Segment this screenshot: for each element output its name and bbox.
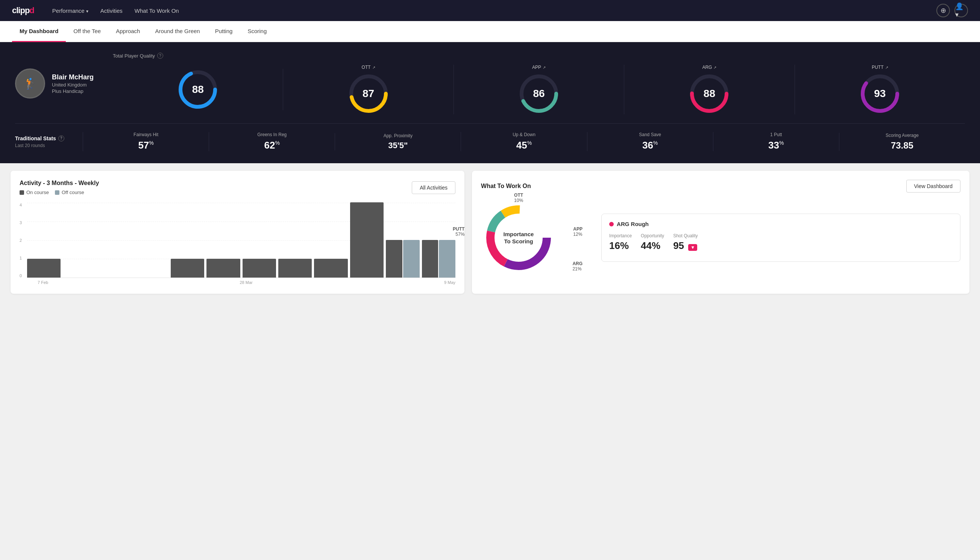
bar-chart-area: 7 Feb 28 Mar 9 May xyxy=(27,203,456,285)
off-course-bar xyxy=(439,240,456,278)
bar-chart-container: 0 1 2 3 4 7 Feb 28 Mar xyxy=(20,203,456,285)
player-name: Blair McHarg xyxy=(52,73,94,81)
activity-card-header: Activity - 3 Months - Weekly On course O… xyxy=(20,180,456,195)
tpq-section: Total Player Quality ? 88 xyxy=(113,53,965,114)
y-axis-labels: 0 1 2 3 4 xyxy=(20,203,27,278)
player-handicap: Plus Handicap xyxy=(52,88,94,94)
add-button[interactable]: ⊕ xyxy=(937,4,950,17)
tpq-help-icon[interactable]: ? xyxy=(157,53,163,59)
stat-app-proximity: App. Proximity 35'5" xyxy=(335,133,461,150)
main-score: 88 xyxy=(192,83,204,95)
performance-chevron-icon xyxy=(86,8,88,14)
trad-stats-title: Traditional Stats ? xyxy=(15,135,83,142)
on-course-bar xyxy=(171,259,204,278)
traditional-stats-label: Traditional Stats ? Last 20 rounds xyxy=(15,135,83,148)
activity-chart-section: Activity - 3 Months - Weekly On course O… xyxy=(20,180,99,195)
bar-group xyxy=(386,240,419,278)
stat-greens-in-reg: Greens In Reg 62% xyxy=(209,132,335,151)
stat-scoring-average: Scoring Average 73.85 xyxy=(839,133,965,151)
what-donut: Importance To Scoring xyxy=(481,200,556,275)
arg-rough-panel: ARG Rough Importance 16% Opportunity 44%… xyxy=(601,213,960,262)
on-course-bar xyxy=(206,259,240,278)
on-course-bar xyxy=(27,259,60,278)
bar-group xyxy=(278,259,312,278)
donut-center-label: Importance To Scoring xyxy=(504,230,534,245)
hero-section: 🏌 Blair McHarg United Kingdom Plus Handi… xyxy=(0,42,980,163)
top-navigation: clippd Performance Activities What To Wo… xyxy=(0,0,980,21)
trad-stats-help-icon[interactable]: ? xyxy=(58,135,64,142)
arg-rough-title: ARG Rough xyxy=(617,221,649,227)
fairways-hit-value: 57% xyxy=(138,140,153,151)
scores-row: 88 OTT ↗ 87 xyxy=(113,65,965,114)
stat-sand-save: Sand Save 36% xyxy=(587,132,713,151)
on-course-dot xyxy=(20,190,24,195)
shot-quality-value: 95 ▼ xyxy=(673,240,697,252)
activity-card: Activity - 3 Months - Weekly On course O… xyxy=(10,171,464,294)
what-card-inner: OTT 10% APP 12% ARG 21% PUTT 57% xyxy=(481,200,960,275)
what-donut-wrapper: OTT 10% APP 12% ARG 21% PUTT 57% xyxy=(481,200,556,275)
avatar: 🏌 xyxy=(15,68,45,98)
putt-outer-label: PUTT 57% xyxy=(453,227,464,237)
app-logo[interactable]: clippd xyxy=(12,6,34,15)
arg-outer-label: ARG 21% xyxy=(572,261,582,272)
app-arrow-icon: ↗ xyxy=(542,65,546,70)
tab-around-the-green[interactable]: Around the Green xyxy=(147,21,207,42)
on-course-bar xyxy=(314,259,348,278)
stat-up-and-down: Up & Down 45% xyxy=(461,132,587,151)
on-course-bar xyxy=(386,240,403,278)
importance-value: 16% xyxy=(609,240,632,252)
scoring-average-value: 73.85 xyxy=(891,140,913,151)
one-putt-value: 33% xyxy=(768,140,784,151)
nav-right-actions: ⊕ 👤 ▾ xyxy=(937,4,968,17)
activity-legend: On course Off course xyxy=(20,190,99,195)
shot-quality-metric: Shot Quality 95 ▼ xyxy=(673,233,697,252)
activity-card-title: Activity - 3 Months - Weekly xyxy=(20,180,99,186)
x-axis-labels: 7 Feb 28 Mar 9 May xyxy=(27,280,456,285)
tpq-label: Total Player Quality ? xyxy=(113,53,965,59)
tab-off-the-tee[interactable]: Off the Tee xyxy=(66,21,108,42)
bars-inner xyxy=(27,203,456,278)
on-course-bar xyxy=(243,259,276,278)
view-dashboard-button[interactable]: View Dashboard xyxy=(906,180,960,193)
on-course-bar xyxy=(278,259,312,278)
importance-metric: Importance 16% xyxy=(609,233,632,252)
app-proximity-value: 35'5" xyxy=(388,141,408,150)
on-course-bar xyxy=(422,240,438,278)
arg-rough-header: ARG Rough xyxy=(609,221,953,227)
opportunity-metric: Opportunity 44% xyxy=(641,233,664,252)
off-course-dot xyxy=(55,190,60,195)
score-card-putt: PUTT ↗ 93 xyxy=(795,65,965,114)
bar-group xyxy=(171,259,204,278)
tab-approach[interactable]: Approach xyxy=(108,21,147,42)
nav-performance[interactable]: Performance xyxy=(52,1,88,21)
ott-label: OTT ↗ xyxy=(362,65,375,70)
arg-donut: 88 xyxy=(689,73,730,114)
all-activities-button[interactable]: All Activities xyxy=(412,181,456,194)
stat-one-putt: 1 Putt 33% xyxy=(713,132,839,151)
tab-scoring[interactable]: Scoring xyxy=(240,21,274,42)
bar-group xyxy=(422,240,456,278)
what-to-work-on-card: What To Work On View Dashboard OTT 10% A… xyxy=(472,171,970,294)
app-score: 86 xyxy=(533,88,544,100)
trad-stats-period: Last 20 rounds xyxy=(15,143,83,148)
ott-arrow-icon: ↗ xyxy=(372,65,375,70)
score-card-app: APP ↗ 86 xyxy=(454,65,624,114)
arg-rough-indicator xyxy=(609,222,614,227)
nav-what-to-work-on[interactable]: What To Work On xyxy=(135,1,179,21)
ott-donut: 87 xyxy=(348,73,389,114)
app-label: APP ↗ xyxy=(532,65,546,70)
putt-arrow-icon: ↗ xyxy=(885,65,888,70)
score-card-main: 88 xyxy=(113,69,283,110)
player-country: United Kingdom xyxy=(52,82,94,88)
user-menu-button[interactable]: 👤 ▾ xyxy=(954,4,968,17)
score-card-arg: ARG ↗ 88 xyxy=(624,65,795,114)
bar-group xyxy=(314,259,348,278)
tab-putting[interactable]: Putting xyxy=(208,21,240,42)
opportunity-value: 44% xyxy=(641,240,664,252)
arg-rough-metrics: Importance 16% Opportunity 44% Shot Qual… xyxy=(609,233,953,252)
nav-activities[interactable]: Activities xyxy=(100,1,123,21)
app-outer-label: APP 12% xyxy=(573,227,582,237)
what-card-title: What To Work On xyxy=(481,183,531,190)
tab-my-dashboard[interactable]: My Dashboard xyxy=(12,21,66,42)
on-course-bar xyxy=(350,202,384,278)
